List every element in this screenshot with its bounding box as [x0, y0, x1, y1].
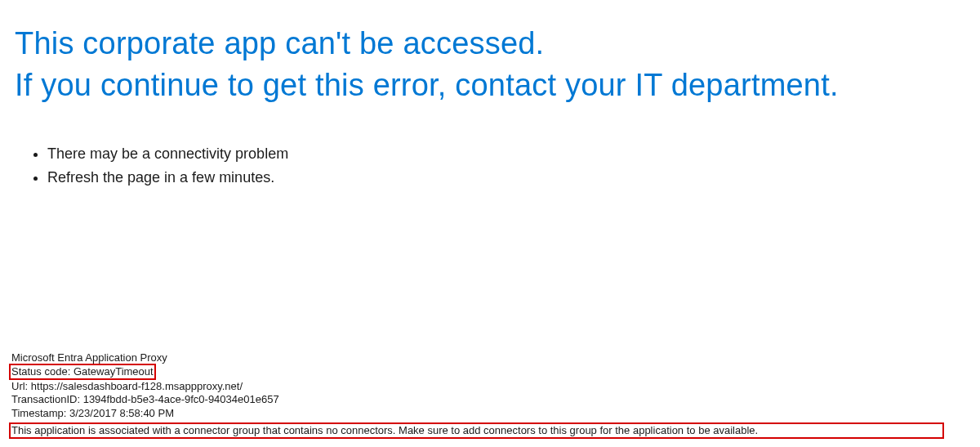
- suggestion-item: Refresh the page in a few minutes.: [47, 167, 980, 190]
- suggestion-item: There may be a connectivity problem: [47, 143, 980, 166]
- url-line: Url: https://salesdashboard-f128.msapppr…: [11, 380, 969, 393]
- timestamp-line: Timestamp: 3/23/2017 8:58:40 PM: [11, 407, 969, 420]
- error-message-highlight: This application is associated with a co…: [9, 422, 944, 439]
- status-code-highlight: Status code: GatewayTimeout: [9, 364, 156, 380]
- error-details: Microsoft Entra Application Proxy Status…: [11, 351, 969, 440]
- heading-line-2: If you continue to get this error, conta…: [15, 65, 965, 106]
- error-heading: This corporate app can't be accessed. If…: [0, 0, 980, 107]
- transaction-id-line: TransactionID: 1394fbdd-b5e3-4ace-9fc0-9…: [11, 393, 969, 406]
- service-name: Microsoft Entra Application Proxy: [11, 351, 969, 364]
- suggestion-list: There may be a connectivity problem Refr…: [0, 107, 980, 190]
- heading-line-1: This corporate app can't be accessed.: [15, 23, 965, 65]
